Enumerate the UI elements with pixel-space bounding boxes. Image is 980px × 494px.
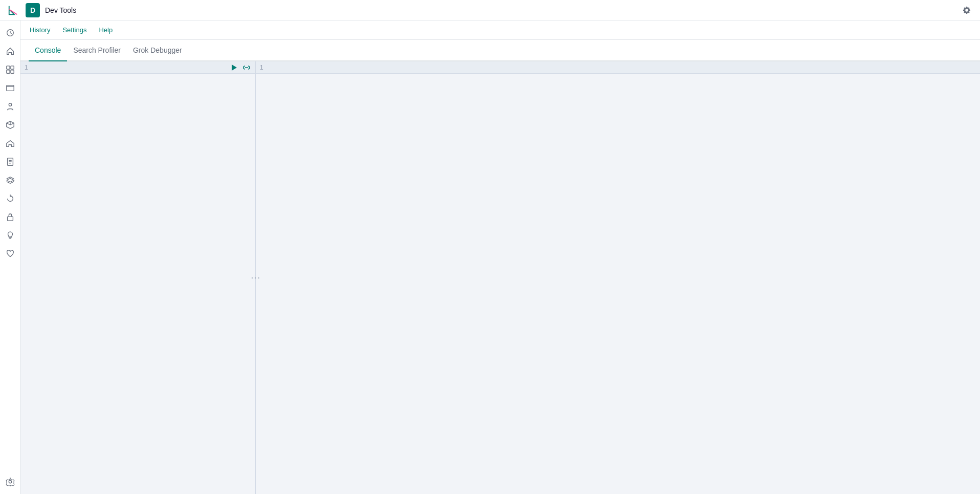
svg-marker-19 (232, 65, 237, 71)
sidebar-item-dashboard[interactable] (2, 61, 18, 78)
sub-nav-settings[interactable]: Settings (61, 20, 87, 40)
app-title: Dev Tools (45, 6, 954, 14)
editor-toolbar (230, 63, 251, 72)
sidebar-item-documentation[interactable] (2, 154, 18, 170)
tab-grok-debugger[interactable]: Grok Debugger (127, 40, 188, 61)
sidebar-item-devtools[interactable] (2, 117, 18, 133)
settings-icon[interactable] (960, 3, 974, 17)
svg-rect-2 (10, 66, 13, 69)
sidebar-item-home[interactable] (2, 43, 18, 59)
sidebar-item-management[interactable] (2, 135, 18, 152)
svg-line-10 (10, 123, 14, 125)
editor-line-bar-left: 1 (20, 61, 255, 74)
sidebar-item-settings[interactable] (2, 474, 18, 490)
left-line-number: 1 (25, 64, 35, 71)
sidebar-item-person[interactable] (2, 98, 18, 115)
sidebar-item-refresh[interactable] (2, 190, 18, 207)
svg-rect-5 (6, 85, 13, 91)
content-area: History Settings Help Console Search Pro… (20, 20, 980, 494)
editor-pane-left: 1 (20, 61, 256, 494)
sidebar-item-monitoring[interactable] (2, 246, 18, 262)
sub-nav-history[interactable]: History (29, 20, 51, 40)
output-line-bar: 1 (256, 61, 980, 74)
user-avatar: D (26, 3, 40, 17)
svg-rect-3 (6, 70, 9, 73)
sidebar-item-canvas[interactable] (2, 80, 18, 96)
sidebar (0, 20, 20, 494)
sub-nav-help[interactable]: Help (98, 20, 114, 40)
right-line-number: 1 (260, 64, 270, 71)
sidebar-item-stack[interactable] (2, 172, 18, 188)
svg-rect-4 (10, 70, 13, 73)
svg-line-9 (6, 123, 10, 125)
editor-area: 1 (20, 61, 980, 494)
sidebar-item-clock[interactable] (2, 25, 18, 41)
svg-point-18 (9, 480, 11, 483)
main-layout: History Settings Help Console Search Pro… (0, 20, 980, 494)
tab-console[interactable]: Console (29, 40, 67, 61)
svg-point-7 (9, 103, 11, 106)
sidebar-item-alerts[interactable] (2, 227, 18, 244)
copy-as-curl-icon[interactable] (242, 63, 251, 72)
tabs-bar: Console Search Profiler Grok Debugger (20, 40, 980, 61)
top-bar: D Dev Tools (0, 0, 980, 20)
run-button[interactable] (230, 63, 239, 72)
editor-pane-right: 1 (256, 61, 980, 494)
output-body (256, 74, 980, 494)
sub-nav: History Settings Help (20, 20, 980, 40)
sidebar-item-security[interactable] (2, 209, 18, 225)
svg-rect-1 (6, 66, 9, 69)
svg-rect-15 (7, 217, 13, 221)
editor-drag-handle[interactable]: ⋮ (253, 61, 257, 494)
editor-body-left[interactable] (20, 74, 255, 494)
kibana-logo-icon (6, 3, 20, 17)
tab-search-profiler[interactable]: Search Profiler (67, 40, 127, 61)
